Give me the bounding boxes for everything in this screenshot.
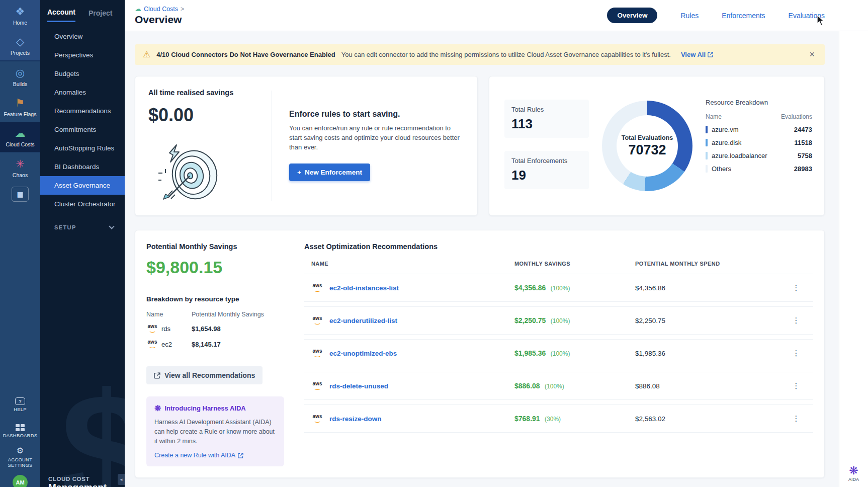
- sidebar-menu-item[interactable]: Overview: [40, 27, 125, 46]
- all-time-savings-card: All time realised savings $0.00: [135, 76, 478, 216]
- sidebar-menu-item[interactable]: Asset Governance: [40, 176, 125, 195]
- planet-icon: ◎: [1, 66, 39, 79]
- aws-icon: aws: [311, 315, 323, 326]
- row-menu-button[interactable]: ⋮: [790, 314, 803, 327]
- recommendation-link[interactable]: rds-resize-down: [329, 415, 382, 423]
- sidebar-menu-item[interactable]: Commitments: [40, 120, 125, 139]
- sidebar-menu-item[interactable]: AutoStopping Rules: [40, 139, 125, 157]
- savings-percent: (100%): [551, 317, 570, 324]
- module-home[interactable]: ❖ Home: [0, 0, 40, 30]
- account-settings-button[interactable]: ⚙ ACCOUNT SETTINGS: [0, 442, 40, 472]
- row-menu-button[interactable]: ⋮: [790, 412, 803, 425]
- recommendation-link[interactable]: ec2-underutilized-list: [329, 317, 397, 324]
- help-button[interactable]: ? HELP: [0, 392, 40, 417]
- breakdown-row: azure.vm 24473: [706, 126, 812, 133]
- sidebar-collapse-button[interactable]: ◄: [118, 474, 125, 485]
- setup-section-toggle[interactable]: SETUP: [40, 224, 125, 230]
- sidebar-menu-item[interactable]: Budgets: [40, 64, 125, 83]
- tiles-icon: [1, 420, 39, 431]
- total-evaluations-value: 70732: [628, 142, 666, 158]
- module-cloud-costs[interactable]: ☁$ Cloud Costs: [0, 122, 40, 152]
- total-rules-stat: Total Rules 113: [504, 100, 589, 138]
- recommendation-row: aws ec2-old-instances-list $4,356.86 (10…: [304, 274, 813, 302]
- row-menu-button[interactable]: ⋮: [790, 347, 803, 359]
- external-link-icon: [238, 453, 243, 458]
- aws-icon: aws: [311, 414, 323, 424]
- close-icon[interactable]: ×: [807, 49, 817, 60]
- external-link-icon: [154, 372, 160, 379]
- chevron-down-icon: [109, 223, 114, 229]
- recommendation-row: aws ec2-underutilized-list $2,250.75 (10…: [304, 306, 813, 335]
- row-menu-button[interactable]: ⋮: [790, 281, 803, 294]
- nav-overview[interactable]: Overview: [607, 8, 657, 23]
- harness-app: ❖ Home ◇ Projects ◎ Builds ⚑ Feature Fla…: [0, 0, 868, 487]
- recommendation-row: aws rds-resize-down $768.91 (30%) $2,563…: [304, 404, 813, 433]
- all-time-savings-amount: $0.00: [148, 105, 272, 126]
- pinwheel-icon: ✳: [1, 157, 39, 171]
- flag-icon: ⚑: [1, 97, 39, 110]
- aida-promo-card: ❋ Introducing Harness AIDA Harness AI De…: [146, 396, 284, 466]
- page-header: ☁ Cloud Costs > Overview Overview Rules …: [125, 0, 868, 31]
- recommendation-link[interactable]: rds-delete-unused: [329, 382, 388, 390]
- tab-account[interactable]: Account: [47, 8, 75, 22]
- module-selector-button[interactable]: ▦: [12, 187, 29, 202]
- legend-swatch: [706, 152, 708, 159]
- sidebar-menu-item[interactable]: BI Dashboards: [40, 157, 125, 176]
- legend-swatch: [706, 139, 708, 146]
- row-menu-button[interactable]: ⋮: [790, 379, 803, 392]
- module-builds[interactable]: ◎ Builds: [0, 61, 40, 92]
- create-rule-with-aida-link[interactable]: Create a new Rule with AIDA: [154, 452, 243, 459]
- governance-warning-banner: ⚠ 4/10 Cloud Connectors Do Not Have Gove…: [135, 44, 825, 65]
- cloud-dollar-icon: ☁$: [1, 127, 39, 140]
- recommendation-link[interactable]: ec2-unoptimized-ebs: [329, 350, 397, 357]
- external-link-icon: [708, 52, 713, 57]
- tab-project[interactable]: Project: [89, 9, 112, 22]
- governance-nav: Overview Rules Enforcements Evaluations: [607, 8, 825, 23]
- savings-percent: (100%): [545, 383, 564, 390]
- module-projects[interactable]: ◇ Projects: [0, 30, 40, 60]
- potential-monthly-savings-amount: $9,800.15: [146, 258, 284, 277]
- sidebar-menu-item[interactable]: Cluster Orchestrator: [40, 195, 125, 213]
- recommendation-link[interactable]: ec2-old-instances-list: [329, 284, 399, 292]
- monthly-savings-value: $2,250.75: [514, 316, 546, 324]
- monthly-savings-value: $4,356.86: [514, 284, 546, 292]
- cta-title: Enforce rules to start saving.: [289, 110, 464, 119]
- aws-icon: aws: [311, 381, 323, 391]
- recommendation-row: aws ec2-unoptimized-ebs $1,985.36 (100%)…: [304, 339, 813, 367]
- aida-assistant-button[interactable]: ❋ AIDA: [839, 465, 868, 482]
- sidebar-menu-item[interactable]: Recommendations: [40, 102, 125, 120]
- sidebar-menu-item[interactable]: Perspectives: [40, 46, 125, 64]
- user-avatar[interactable]: AM: [13, 475, 28, 487]
- potential-spend-value: $1,985.36: [635, 350, 665, 357]
- main-content: ☁ Cloud Costs > Overview Overview Rules …: [125, 0, 868, 487]
- grid-icon: ▦: [17, 190, 23, 198]
- module-feature-flags[interactable]: ⚑ Feature Flags: [0, 92, 40, 122]
- view-all-connectors-link[interactable]: View All: [681, 51, 713, 58]
- aws-icon: aws: [311, 348, 323, 358]
- module-rail: ❖ Home ◇ Projects ◎ Builds ⚑ Feature Fla…: [0, 0, 40, 487]
- monthly-savings-value: $886.08: [514, 382, 540, 390]
- aida-flower-icon: ❋: [154, 403, 161, 413]
- total-enforcements-stat: Total Enforcements 19: [504, 151, 589, 189]
- aida-flower-icon: ❋: [839, 465, 868, 476]
- recommendation-row: aws rds-delete-unused $886.08 (100%) $88…: [304, 372, 813, 400]
- scope-tabs: Account Project: [40, 0, 125, 22]
- sidebar-menu: Overview Perspectives Budgets Anomalies …: [40, 27, 125, 213]
- nav-evaluations[interactable]: Evaluations: [789, 12, 825, 20]
- potential-spend-value: $2,250.75: [635, 317, 665, 324]
- potential-spend-value: $2,563.02: [635, 415, 665, 423]
- dashboards-button[interactable]: DASHBOARDS: [0, 416, 40, 442]
- total-enforcements-value: 19: [511, 168, 582, 183]
- nav-rules[interactable]: Rules: [680, 12, 699, 20]
- view-all-recommendations-button[interactable]: View all Recommendations: [146, 366, 263, 384]
- module-chaos[interactable]: ✳ Chaos: [0, 152, 40, 183]
- savings-percent: (100%): [551, 350, 570, 357]
- cta-message: You can enforce/run any rule or rule rec…: [289, 124, 463, 152]
- new-enforcement-button[interactable]: + New Enforcement: [289, 164, 370, 181]
- breadcrumb[interactable]: ☁ Cloud Costs >: [135, 5, 184, 13]
- potential-spend-value: $4,356.86: [635, 284, 665, 292]
- savings-percent: (30%): [545, 416, 561, 423]
- nav-enforcements[interactable]: Enforcements: [722, 12, 765, 20]
- sidebar-menu-item[interactable]: Anomalies: [40, 83, 125, 102]
- resource-breakdown: Resource Breakdown Name Evaluations azur…: [706, 97, 812, 203]
